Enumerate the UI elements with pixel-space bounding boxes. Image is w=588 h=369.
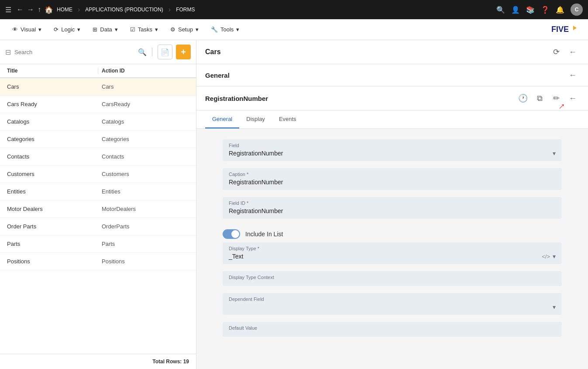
field-input-row-fieldid: RegistrationNumber	[229, 207, 556, 214]
col-header-action-id: Action ID	[102, 68, 189, 74]
field-header-actions: 🕐 ⧉ ✏ ← ↑	[516, 92, 579, 105]
applications-link[interactable]: APPLICATIONS (PRODUCTION)	[85, 7, 163, 13]
field-label-caption: Caption *	[229, 172, 556, 177]
table-row[interactable]: Categories Categories	[0, 131, 196, 148]
form-field-defaultvalue: Default Value	[223, 322, 562, 337]
table-row[interactable]: Positions Positions	[0, 253, 196, 270]
back-to-list-button[interactable]: ⟳	[550, 45, 563, 59]
copy-icon: ⧉	[537, 94, 543, 103]
sub-panel-header: General ←	[196, 64, 588, 86]
row-action-id: CarsReady	[102, 101, 189, 107]
include-in-list-toggle[interactable]	[223, 229, 240, 239]
include-in-list-row: Include In List	[223, 226, 562, 242]
row-title: Positions	[7, 258, 94, 265]
forms-link[interactable]: FORMS	[176, 7, 195, 13]
displaytype-icons: </> ▾	[542, 253, 556, 260]
copy-button[interactable]: ⧉	[533, 92, 546, 105]
table-footer: Total Rows: 19	[0, 354, 196, 369]
search-icon[interactable]: 🔍	[138, 48, 147, 56]
tasks-icon: ☑	[130, 26, 135, 33]
table-row[interactable]: Entities Entities	[0, 183, 196, 200]
sidebar-item-visual[interactable]: 👁 Visual ▾	[7, 24, 47, 35]
tab-events[interactable]: Events	[272, 110, 303, 128]
dependentfield-dropdown-arrow[interactable]: ▾	[553, 303, 556, 310]
table-row[interactable]: Catalogs Catalogs	[0, 113, 196, 131]
sidebar-item-data[interactable]: ⊞ Data ▾	[87, 24, 123, 35]
field-label-displaytype: Display Type *	[229, 246, 556, 251]
collapse-general-button[interactable]: ←	[566, 69, 579, 82]
menu-icon[interactable]: ☰	[5, 6, 11, 14]
row-action-id: Entities	[102, 188, 189, 195]
home-icon: 🏠	[45, 6, 53, 14]
row-action-id: Cars	[102, 83, 189, 90]
table-row[interactable]: Cars Ready CarsReady	[0, 96, 196, 113]
form-field-dependentfield: Dependent Field ▾	[223, 293, 562, 315]
books-icon[interactable]: 📚	[526, 6, 535, 14]
field-value-field: RegistrationNumber	[229, 150, 283, 157]
table-row[interactable]: Contacts Contacts	[0, 148, 196, 166]
plus-icon: +	[181, 47, 186, 57]
search-globe-icon[interactable]: 🔍	[496, 6, 505, 14]
field-header: RegistrationNumber 🕐 ⧉ ✏ ← ↑	[196, 86, 588, 110]
history-button[interactable]: 🕐	[516, 92, 530, 105]
field-label-field: Field	[229, 143, 556, 148]
table-row[interactable]: Cars Cars	[0, 78, 196, 96]
sidebar-item-logic[interactable]: ⟳ Logic ▾	[48, 24, 86, 35]
add-button[interactable]: +	[176, 45, 191, 59]
form-field-fieldid: Field ID * RegistrationNumber	[223, 197, 562, 219]
form-field-displaytypecontext: Display Type Context	[223, 271, 562, 286]
field-name-title: RegistrationNumber	[205, 95, 268, 102]
top-nav-right: 🔍 👤 📚 ❓ 🔔 C	[496, 3, 583, 16]
row-action-id: MotorDealers	[102, 206, 189, 212]
field-wrapper-defaultvalue: Default Value	[223, 322, 562, 337]
table-row[interactable]: Parts Parts	[0, 235, 196, 253]
avatar[interactable]: C	[571, 3, 583, 16]
field-label-defaultvalue: Default Value	[229, 325, 556, 331]
divider	[152, 48, 152, 56]
table-row[interactable]: Customers Customers	[0, 166, 196, 183]
back-field-button[interactable]: ←	[566, 92, 579, 105]
left-sidebar: ⊟ 🔍 📄 + Title Action ID Cars Cars Cars R…	[0, 40, 196, 369]
tab-general[interactable]: General	[205, 110, 239, 128]
sidebar-item-setup[interactable]: ⚙ Setup ▾	[165, 24, 204, 35]
search-input[interactable]	[14, 49, 134, 55]
bell-icon[interactable]: 🔔	[556, 6, 564, 14]
edit-button[interactable]: ✏	[550, 92, 563, 105]
user-icon[interactable]: 👤	[511, 6, 520, 14]
filter-icon: ⊟	[5, 48, 11, 56]
tasks-chevron: ▾	[155, 26, 158, 33]
up-icon[interactable]: ↑	[38, 6, 41, 14]
back-icon[interactable]: ←	[17, 6, 24, 14]
field-input-row-caption: RegistrationNumber	[229, 179, 556, 186]
table-row[interactable]: Motor Dealers MotorDealers	[0, 200, 196, 218]
col-header-title: Title	[7, 68, 94, 74]
forward-icon[interactable]: →	[27, 6, 34, 14]
field-dropdown-arrow[interactable]: ▾	[553, 150, 556, 157]
help-icon[interactable]: ❓	[541, 6, 550, 14]
logic-label: Logic	[61, 26, 75, 33]
row-title: Order Parts	[7, 223, 94, 230]
row-title: Customers	[7, 171, 94, 177]
back-icon: ←	[569, 71, 577, 80]
row-action-id: OrderParts	[102, 223, 189, 230]
row-action-id: Positions	[102, 258, 189, 265]
sidebar-item-tools[interactable]: 🔧 Tools ▾	[206, 24, 244, 35]
home-link[interactable]: HOME	[57, 7, 72, 13]
document-button[interactable]: 📄	[158, 45, 172, 59]
displaytype-dropdown-arrow[interactable]: ▾	[553, 253, 556, 260]
panel-title: Cars	[205, 48, 221, 56]
doc-icon: 📄	[161, 48, 169, 56]
code-icon[interactable]: </>	[542, 253, 550, 260]
tab-display[interactable]: Display	[239, 110, 272, 128]
field-label-dependentfield: Dependent Field	[229, 297, 556, 302]
svg-marker-1	[573, 26, 577, 30]
field-wrapper-fieldid: Field ID * RegistrationNumber	[223, 197, 562, 219]
panel-header: Cars ⟳ ←	[196, 40, 588, 64]
field-wrapper-caption: Caption * RegistrationNumber	[223, 168, 562, 190]
table-row[interactable]: Order Parts OrderParts	[0, 218, 196, 235]
logic-icon: ⟳	[54, 26, 58, 33]
setup-icon: ⚙	[170, 26, 175, 33]
sidebar-item-tasks[interactable]: ☑ Tasks ▾	[125, 24, 163, 35]
close-panel-button[interactable]: ←	[566, 45, 579, 59]
field-wrapper-displaytypecontext: Display Type Context	[223, 271, 562, 286]
